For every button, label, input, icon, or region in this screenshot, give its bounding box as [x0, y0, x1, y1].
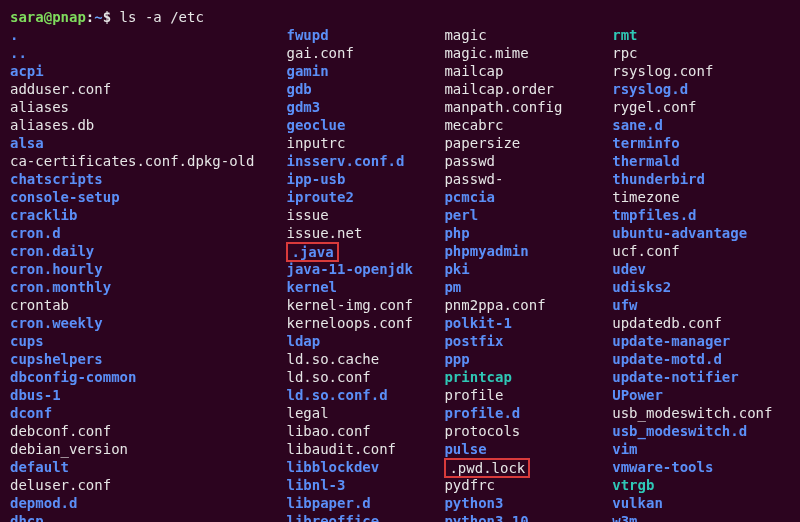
ls-entry: python3.10 [444, 512, 612, 522]
filename: default [10, 459, 69, 475]
prompt-command: ls -a /etc [120, 9, 204, 25]
filename: pydfrc [444, 477, 495, 493]
ls-entry: alsa [10, 134, 286, 152]
filename: updatedb.conf [612, 315, 722, 331]
ls-entry: kernel [286, 278, 444, 296]
ls-entry: thermald [612, 152, 790, 170]
ls-entry: w3m [612, 512, 790, 522]
filename: debian_version [10, 441, 128, 457]
filename: ubuntu-advantage [612, 225, 747, 241]
ls-entry: manpath.config [444, 98, 612, 116]
filename: java-11-openjdk [286, 261, 412, 277]
filename: crontab [10, 297, 69, 313]
filename: libao.conf [286, 423, 370, 439]
filename: pnm2ppa.conf [444, 297, 545, 313]
filename: cron.d [10, 225, 61, 241]
ls-column-2: fwupdgai.confgamingdbgdm3geoclueinputrci… [286, 26, 444, 522]
ls-entry: ucf.conf [612, 242, 790, 260]
ls-entry: libaudit.conf [286, 440, 444, 458]
ls-entry: libnl-3 [286, 476, 444, 494]
ls-entry: protocols [444, 422, 612, 440]
ls-entry: cron.weekly [10, 314, 286, 332]
ls-entry: cron.d [10, 224, 286, 242]
filename: gai.conf [286, 45, 353, 61]
highlight-box: .java [286, 242, 338, 262]
ls-entry: .pwd.lock [444, 458, 612, 476]
filename: gdm3 [286, 99, 320, 115]
ls-entry: .java [286, 242, 444, 260]
filename: geoclue [286, 117, 345, 133]
ls-entry: gamin [286, 62, 444, 80]
filename: ipp-usb [286, 171, 345, 187]
ls-entry: issue.net [286, 224, 444, 242]
filename: protocols [444, 423, 520, 439]
ls-entry: passwd [444, 152, 612, 170]
filename: w3m [612, 513, 637, 522]
filename: vim [612, 441, 637, 457]
filename: ucf.conf [612, 243, 679, 259]
filename: thermald [612, 153, 679, 169]
ls-entry: terminfo [612, 134, 790, 152]
filename: issue.net [286, 225, 362, 241]
ls-entry: ld.so.conf.d [286, 386, 444, 404]
filename: usb_modeswitch.d [612, 423, 747, 439]
ls-entry: dbus-1 [10, 386, 286, 404]
ls-entry: php [444, 224, 612, 242]
filename: rsyslog.conf [612, 63, 713, 79]
ls-entry: usb_modeswitch.d [612, 422, 790, 440]
filename: alsa [10, 135, 44, 151]
ls-entry: .. [10, 44, 286, 62]
ls-entry: crontab [10, 296, 286, 314]
filename: mailcap.order [444, 81, 554, 97]
filename: rmt [612, 27, 637, 43]
filename: UPower [612, 387, 663, 403]
filename: cron.hourly [10, 261, 103, 277]
filename: rsyslog.d [612, 81, 688, 97]
ls-entry: geoclue [286, 116, 444, 134]
filename: profile.d [444, 405, 520, 421]
filename: kernel-img.conf [286, 297, 412, 313]
filename: manpath.config [444, 99, 562, 115]
ls-entry: adduser.conf [10, 80, 286, 98]
ls-entry: issue [286, 206, 444, 224]
ls-entry: phpmyadmin [444, 242, 612, 260]
filename: issue [286, 207, 328, 223]
filename: kernel [286, 279, 337, 295]
ls-entry: mecabrc [444, 116, 612, 134]
filename: printcap [444, 369, 511, 385]
ls-entry: perl [444, 206, 612, 224]
filename: aliases.db [10, 117, 94, 133]
filename: cron.daily [10, 243, 94, 259]
ls-entry: update-notifier [612, 368, 790, 386]
filename: cron.monthly [10, 279, 111, 295]
ls-entry: thunderbird [612, 170, 790, 188]
ls-entry: aliases [10, 98, 286, 116]
filename: cracklib [10, 207, 77, 223]
filename: ldap [286, 333, 320, 349]
filename: .java [291, 243, 333, 261]
ls-entry: mailcap [444, 62, 612, 80]
filename: . [10, 27, 18, 43]
prompt-line: sara@pnap:~$ ls -a /etc [10, 8, 790, 26]
ls-entry: pulse [444, 440, 612, 458]
terminal-output[interactable]: sara@pnap:~$ ls -a /etc ...acpiadduser.c… [10, 8, 790, 522]
ls-entry: vtrgb [612, 476, 790, 494]
ls-entry: rygel.conf [612, 98, 790, 116]
filename: cupshelpers [10, 351, 103, 367]
ls-entry: inputrc [286, 134, 444, 152]
ls-entry: . [10, 26, 286, 44]
filename: polkit-1 [444, 315, 511, 331]
ls-entry: update-manager [612, 332, 790, 350]
prompt-path: ~ [94, 9, 102, 25]
ls-entry: ld.so.cache [286, 350, 444, 368]
ls-entry: cron.hourly [10, 260, 286, 278]
filename: debconf.conf [10, 423, 111, 439]
ls-entry: python3 [444, 494, 612, 512]
filename: adduser.conf [10, 81, 111, 97]
ls-entry: pcmcia [444, 188, 612, 206]
ls-entry: libpaper.d [286, 494, 444, 512]
ls-entry: ldap [286, 332, 444, 350]
ls-entry: pm [444, 278, 612, 296]
ls-entry: chatscripts [10, 170, 286, 188]
filename: vtrgb [612, 477, 654, 493]
